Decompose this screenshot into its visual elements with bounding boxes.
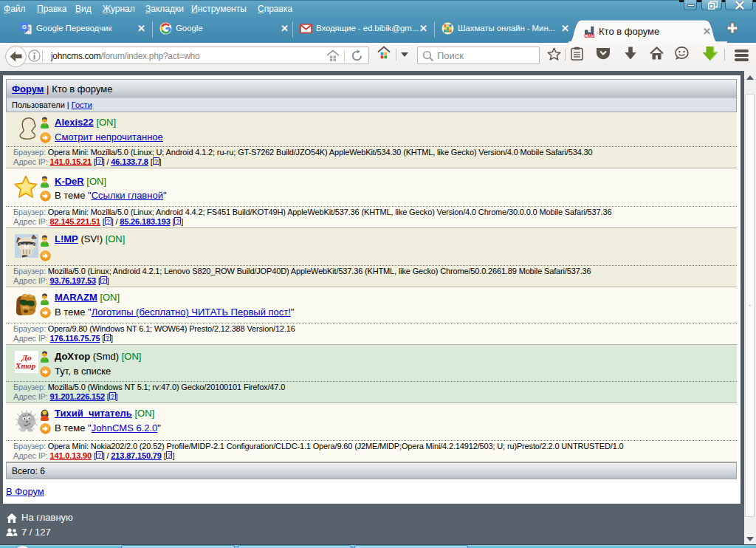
svg-text:До: До	[21, 353, 32, 362]
svg-text:CMS: CMS	[584, 33, 595, 38]
svg-text:Хтор: Хтор	[15, 361, 36, 370]
svg-text:G: G	[22, 24, 27, 30]
